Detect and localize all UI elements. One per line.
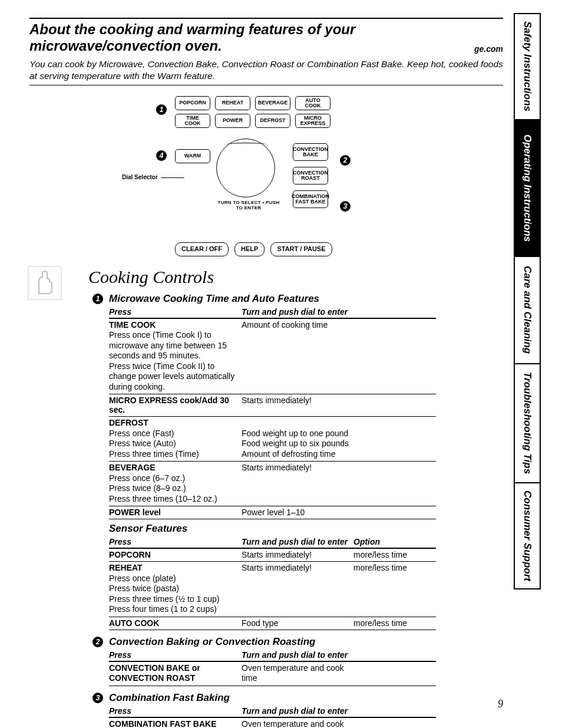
subhead-s2: 2 Convection Baking or Convection Roasti…	[109, 636, 436, 648]
sensor-r1-sub: Press once (plate) Press twice (pasta) P…	[109, 574, 220, 614]
s1-r3-b: Starts immediately!	[242, 463, 353, 504]
intro-text: You can cook by Microwave, Convection Ba…	[29, 58, 503, 81]
s1-row-beverage: BEVERAGEPress once (6–7 oz.) Press twice…	[109, 462, 436, 506]
sensor-hdr-c: Option	[353, 536, 436, 548]
panel-btn-timecook: TIME COOK	[175, 114, 210, 128]
s1-r4-lbl: POWER level	[109, 508, 161, 517]
panel-btn-popcorn: POPCORN	[175, 96, 210, 110]
s2-hdr-a: Press	[109, 649, 242, 661]
circled-2-icon: 2	[340, 155, 351, 166]
circled-3-icon: 3	[340, 201, 351, 212]
s1-hdr-b: Turn and push dial to enter	[242, 306, 353, 318]
sensor-r1-b: Starts immediately!	[242, 563, 353, 615]
s1-row-powerlevel: POWER level Power level 1–10	[109, 506, 436, 519]
subhead-s3-title: Combination Fast Baking	[109, 692, 230, 703]
sensor-r2-b: Food type	[242, 618, 353, 628]
tab-troubleshoot-label: Troubleshooting Tips	[521, 372, 533, 474]
s1-row-defrost: DEFROSTPress once (Fast) Press twice (Au…	[109, 417, 436, 462]
page-title-line2: microwave/convection oven.	[29, 38, 474, 54]
tab-care[interactable]: Care and Cleaning	[514, 257, 541, 363]
subhead-s1-title: Microwave Cooking Time and Auto Features	[109, 293, 319, 304]
s2-header-row: Press Turn and push dial to enter	[109, 649, 436, 662]
sensor-hdr-a: Press	[109, 536, 242, 548]
dial-leader-line	[161, 177, 184, 178]
panel-row-2: TIME COOK POWER DEFROST MICRO EXPRESS	[175, 114, 330, 128]
panel-btn-warm: WARM	[175, 149, 210, 163]
circled-3-lead-icon: 3	[92, 693, 103, 703]
sensor-hdr-b: Turn and push dial to enter	[242, 536, 353, 548]
sensor-header-row: Press Turn and push dial to enter Option	[109, 536, 436, 549]
s1-r0-sub: Press once (Time Cook I) to microwave an…	[109, 330, 234, 391]
panel-btn-defrost: DEFROST	[255, 114, 290, 128]
hand-pointing-icon	[27, 265, 62, 301]
sensor-r2-lbl: AUTO COOK	[109, 618, 159, 628]
panel-side-col: CONVECTION BAKE CONVECTION ROAST COMBINA…	[293, 143, 328, 208]
panel-btn-help: HELP	[234, 242, 265, 256]
dial-label: Dial Selector	[122, 174, 158, 180]
page-number: 9	[498, 698, 503, 710]
panel-btn-conv-bake: CONVECTION BAKE	[293, 143, 328, 161]
subhead-s3: 3 Combination Fast Baking	[109, 692, 436, 704]
panel-btn-beverage: BEVERAGE	[255, 96, 290, 110]
s2-r0-b: Oven temperature and cook time	[242, 663, 353, 684]
s3-r0-lbl: COMBINATION FAST BAKE	[109, 719, 217, 728]
subhead-sensor: Sensor Features	[109, 523, 436, 535]
s1-r2-b: Food weight up to one pound Food weight …	[242, 418, 353, 459]
panel-btn-reheat: REHEAT	[215, 96, 250, 110]
s3-hdr-b: Turn and push dial to enter	[242, 705, 353, 717]
tab-safety-label: Safety Instructions	[521, 21, 533, 111]
sensor-row-autocook: AUTO COOK Food type more/less time	[109, 617, 436, 630]
s3-row-combo: COMBINATION FAST BAKE Oven temperature a…	[109, 718, 436, 728]
sensor-r0-lbl: POPCORN	[109, 550, 151, 559]
sensor-r2-c: more/less time	[353, 618, 436, 628]
brand-url: ge.com	[474, 44, 503, 54]
panel-btn-autocook: AUTO COOK	[295, 96, 330, 110]
header-rule	[29, 18, 503, 19]
s1-r0-b: Amount of cooking time	[242, 320, 353, 393]
tab-care-label: Care and Cleaning	[521, 266, 533, 354]
page-title-line1: About the cooking and warming features o…	[29, 21, 503, 38]
tab-consumer[interactable]: Consumer Support	[514, 483, 541, 589]
tab-operating-label: Operating Instructions	[521, 134, 533, 242]
control-panel-diagram: POPCORN REHEAT BEVERAGE AUTO COOK TIME C…	[140, 96, 393, 261]
s1-hdr-a: Press	[109, 306, 242, 318]
panel-btn-microexpress: MICRO EXPRESS	[295, 114, 330, 128]
tables-block: 1 Microwave Cooking Time and Auto Featur…	[109, 293, 436, 728]
s1-r1-b: Starts immediately!	[242, 396, 353, 414]
sensor-row-popcorn: POPCORN Starts immediately! more/less ti…	[109, 549, 436, 562]
tab-operating[interactable]: Operating Instructions	[514, 120, 541, 256]
s1-r4-b: Power level 1–10	[242, 508, 353, 517]
panel-btn-combo-fastbake: COMBINATION FAST BAKE	[293, 190, 328, 208]
panel-btn-start-pause: START / PAUSE	[270, 242, 332, 256]
circled-1-icon: 1	[156, 104, 167, 115]
panel-bottom-row: CLEAR / OFF HELP START / PAUSE	[175, 242, 332, 256]
dial-caption: TURN TO SELECT • PUSH TO ENTER	[216, 200, 281, 210]
subhead-s2-title: Convection Baking or Convection Roasting	[109, 636, 315, 647]
s1-r3-sub: Press once (6–7 oz.) Press twice (8–9 oz…	[109, 473, 217, 503]
s3-r0-b: Oven temperature and cook time	[242, 719, 353, 728]
s1-r2-lbl: DEFROST	[109, 418, 148, 427]
s1-r0-lbl: TIME COOK	[109, 320, 156, 330]
s1-header-row: Press Turn and push dial to enter	[109, 306, 436, 319]
panel-btn-clear-off: CLEAR / OFF	[175, 242, 229, 256]
s2-hdr-b: Turn and push dial to enter	[242, 649, 353, 661]
side-tabs: Safety Instructions Operating Instructio…	[514, 13, 541, 589]
tab-consumer-label: Consumer Support	[521, 490, 533, 581]
s2-r0-lbl: CONVECTION BAKE or CONVECTION ROAST	[109, 663, 200, 683]
sensor-r0-c: more/less time	[353, 550, 436, 559]
section-title-cooking-controls: Cooking Controls	[88, 267, 503, 287]
sensor-r1-lbl: REHEAT	[109, 563, 143, 572]
s3-header-row: Press Turn and push dial to enter	[109, 705, 436, 718]
s1-r3-lbl: BEVERAGE	[109, 463, 156, 472]
dial-selector-icon	[216, 139, 275, 197]
sensor-r0-b: Starts immediately!	[242, 550, 353, 559]
tab-troubleshoot[interactable]: Troubleshooting Tips	[514, 364, 541, 482]
circled-1-lead-icon: 1	[92, 294, 103, 304]
dial-wrap: TURN TO SELECT • PUSH TO ENTER	[216, 139, 281, 210]
panel-btn-power: POWER	[215, 114, 250, 128]
thin-rule	[29, 85, 503, 85]
s1-row-timecook: TIME COOKPress once (Time Cook I) to mic…	[109, 319, 436, 395]
tab-safety[interactable]: Safety Instructions	[514, 13, 541, 119]
s1-r2-sub: Press once (Fast) Press twice (Auto) Pre…	[109, 429, 199, 459]
circled-2-lead-icon: 2	[92, 637, 103, 647]
